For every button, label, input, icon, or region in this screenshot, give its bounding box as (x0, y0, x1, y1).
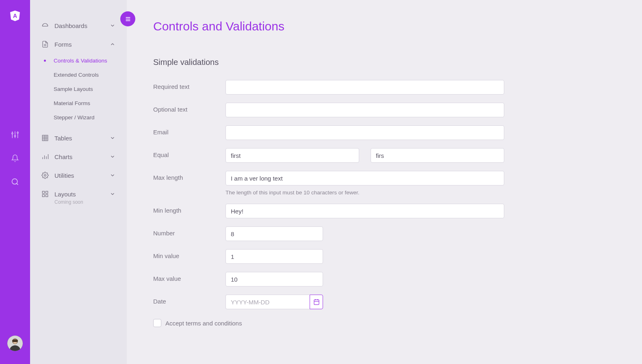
sliders-icon[interactable] (7, 127, 23, 143)
sidebar-sub-extended-controls[interactable]: Extended Controls (46, 68, 119, 82)
min-length-input[interactable] (226, 204, 504, 218)
svg-rect-28 (42, 195, 44, 197)
chevron-up-icon (110, 41, 115, 47)
svg-point-6 (17, 132, 18, 133)
page-title: Controls and Validations (153, 19, 616, 33)
max-length-help: The length of this input must be 10 char… (226, 190, 504, 196)
calendar-icon (313, 299, 320, 305)
svg-rect-33 (314, 300, 319, 305)
email-input[interactable] (226, 125, 504, 140)
terms-checkbox[interactable] (153, 319, 161, 327)
optional-text-input[interactable] (226, 103, 504, 117)
svg-rect-29 (46, 195, 48, 197)
terms-label: Accept terms and conditions (165, 320, 242, 327)
sidebar-submenu-forms: Controls & Validations Extended Controls… (37, 54, 119, 129)
svg-rect-16 (42, 135, 48, 141)
gauge-icon (41, 22, 50, 29)
chevron-down-icon (110, 154, 115, 159)
search-icon[interactable] (7, 174, 23, 190)
chevron-down-icon (110, 23, 115, 28)
email-label: Email (153, 125, 226, 136)
grid-icon (41, 190, 50, 198)
number-label: Number (153, 226, 226, 237)
sidebar-sub-sample-layouts[interactable]: Sample Layouts (46, 82, 119, 96)
sidebar: Dashboards Forms Controls & Validations … (30, 0, 127, 364)
sidebar-item-label: Tables (54, 135, 72, 142)
svg-point-5 (14, 136, 15, 137)
chevron-down-icon (110, 172, 115, 178)
main-content: Controls and Validations Simple validati… (127, 0, 642, 364)
svg-rect-13 (12, 340, 18, 342)
avatar[interactable] (7, 336, 23, 351)
sidebar-item-charts[interactable]: Charts (37, 147, 119, 166)
max-length-label: Max length (153, 171, 226, 181)
sidebar-toggle-button[interactable] (120, 11, 135, 26)
equal-input-2[interactable] (371, 148, 504, 163)
required-text-input[interactable] (226, 80, 504, 95)
svg-point-4 (12, 133, 13, 134)
svg-text:A: A (13, 13, 17, 19)
date-picker-button[interactable] (310, 295, 323, 309)
menu-icon (125, 16, 131, 22)
required-text-label: Required text (153, 80, 226, 90)
date-input[interactable] (226, 295, 310, 309)
equal-input-1[interactable] (226, 148, 359, 163)
sidebar-sub-controls-validations[interactable]: Controls & Validations (46, 54, 119, 68)
sidebar-sub-stepper-wizard[interactable]: Stepper / Wizard (46, 110, 119, 125)
sidebar-item-label: Utilities (54, 172, 74, 179)
optional-text-label: Optional text (153, 103, 226, 113)
min-value-label: Min value (153, 249, 226, 259)
sidebar-item-tables[interactable]: Tables (37, 129, 119, 147)
number-input[interactable] (226, 226, 323, 241)
sidebar-item-utilities[interactable]: Utilities (37, 166, 119, 185)
chevron-down-icon (110, 191, 115, 197)
sidebar-item-label: Dashboards (54, 22, 87, 29)
app-logo: A (10, 11, 20, 21)
table-icon (41, 134, 50, 142)
svg-point-25 (44, 174, 46, 177)
chart-icon (41, 153, 50, 160)
max-value-label: Max value (153, 272, 226, 282)
max-length-input[interactable] (226, 171, 504, 185)
section-title: Simple validations (153, 58, 616, 67)
svg-line-8 (17, 183, 18, 185)
svg-point-7 (12, 179, 17, 184)
sidebar-item-label: Charts (54, 153, 72, 160)
sidebar-item-label: Forms (54, 41, 72, 48)
equal-label: Equal (153, 148, 226, 158)
svg-rect-27 (46, 191, 48, 193)
chevron-down-icon (110, 135, 115, 141)
gear-icon (41, 172, 50, 179)
sidebar-item-label: Layouts (54, 191, 76, 198)
sidebar-sub-material-forms[interactable]: Material Forms (46, 96, 119, 110)
sidebar-item-forms[interactable]: Forms (37, 35, 119, 54)
document-icon (41, 41, 50, 48)
max-value-input[interactable] (226, 272, 323, 286)
sidebar-item-dashboards[interactable]: Dashboards (37, 16, 119, 35)
svg-rect-26 (42, 191, 44, 193)
icon-rail: A (0, 0, 30, 364)
min-length-label: Min length (153, 204, 226, 214)
bell-icon[interactable] (7, 150, 23, 166)
date-label: Date (153, 295, 226, 305)
min-value-input[interactable] (226, 249, 323, 264)
sidebar-item-note: Coming soon (37, 199, 119, 205)
